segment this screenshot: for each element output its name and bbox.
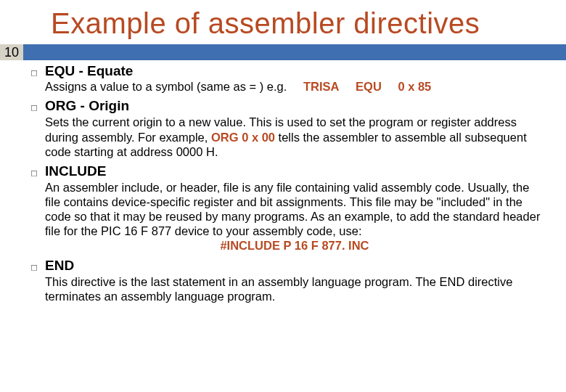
item-heading: INCLUDE	[45, 163, 106, 179]
bullet-icon: ◻	[30, 261, 42, 274]
page-number-row: 10	[0, 44, 566, 60]
equ-keyword: EQU	[356, 80, 382, 93]
item-body: Sets the current origin to a new value. …	[45, 115, 544, 158]
bullet-icon: ◻	[30, 101, 42, 115]
equ-value: 0 x 85	[398, 80, 431, 93]
item-heading: ORG - Origin	[45, 98, 129, 114]
accent-bar	[23, 44, 566, 60]
content-area: ◻ EQU - Equate Assigns a value to a symb…	[0, 60, 566, 303]
equ-trisa: TRISA	[303, 80, 340, 93]
item-body: Assigns a value to a symbol (same as = )…	[45, 80, 544, 94]
equ-text: Assigns a value to a symbol (same as = )…	[45, 80, 287, 93]
bullet-icon: ◻	[30, 166, 42, 180]
item-include: ◻ INCLUDE An assembler include, or heade…	[30, 163, 544, 253]
item-org: ◻ ORG - Origin Sets the current origin t…	[30, 98, 544, 159]
item-body: An assembler include, or header, file is…	[45, 180, 544, 239]
slide: Example of assembler directives 10 ◻ EQU…	[0, 0, 566, 392]
item-equ: ◻ EQU - Equate Assigns a value to a symb…	[30, 63, 544, 94]
org-code: ORG 0 x 00	[211, 131, 275, 144]
item-heading: EQU - Equate	[45, 63, 133, 79]
slide-title: Example of assembler directives	[0, 0, 566, 44]
bullet-icon: ◻	[30, 66, 42, 80]
item-heading: END	[45, 258, 74, 274]
include-code: #INCLUDE P 16 F 877. INC	[45, 238, 544, 253]
page-number: 10	[0, 44, 23, 60]
item-end: ◻ END This directive is the last stateme…	[30, 258, 544, 303]
item-body: This directive is the last statement in …	[45, 274, 544, 303]
